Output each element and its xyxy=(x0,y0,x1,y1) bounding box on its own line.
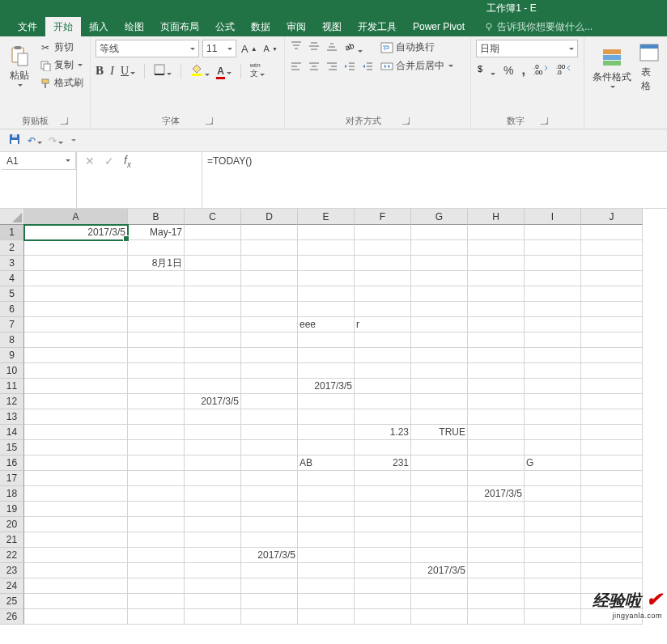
cell[interactable] xyxy=(298,425,355,440)
cell[interactable] xyxy=(298,486,355,502)
cell[interactable] xyxy=(241,302,298,317)
cell[interactable] xyxy=(24,363,128,379)
row-header[interactable]: 12 xyxy=(0,394,24,409)
column-header[interactable]: D xyxy=(241,209,298,225)
cell[interactable] xyxy=(128,594,185,609)
cell[interactable] xyxy=(581,379,643,394)
cell[interactable] xyxy=(581,394,643,409)
cell[interactable] xyxy=(411,486,468,502)
cell[interactable] xyxy=(24,302,128,317)
cell[interactable] xyxy=(525,563,581,578)
format-painter-button[interactable]: 格式刷 xyxy=(37,75,85,91)
align-left-button[interactable] xyxy=(290,60,303,75)
cell[interactable] xyxy=(411,302,468,317)
cell[interactable] xyxy=(411,409,468,425)
cell[interactable] xyxy=(24,348,128,363)
cell[interactable] xyxy=(355,594,411,609)
cell[interactable] xyxy=(185,256,241,271)
cell[interactable] xyxy=(24,409,128,425)
cell[interactable] xyxy=(355,502,411,517)
cell[interactable] xyxy=(468,517,525,532)
cell[interactable] xyxy=(525,532,581,548)
cell[interactable] xyxy=(581,286,643,302)
cell[interactable] xyxy=(581,563,643,578)
cell[interactable] xyxy=(411,517,468,532)
cell[interactable] xyxy=(581,363,643,379)
cell[interactable] xyxy=(525,348,581,363)
cell[interactable] xyxy=(24,256,128,271)
cell[interactable] xyxy=(411,225,468,240)
tab-file[interactable]: 文件 xyxy=(10,17,45,37)
cell[interactable] xyxy=(241,409,298,425)
cell[interactable] xyxy=(24,240,128,256)
cell[interactable] xyxy=(468,502,525,517)
cell[interactable] xyxy=(581,502,643,517)
cell[interactable] xyxy=(468,379,525,394)
cell[interactable]: 2017/3/5 xyxy=(24,225,128,240)
font-color-button[interactable]: A xyxy=(216,66,232,77)
cell[interactable] xyxy=(241,517,298,532)
cell[interactable] xyxy=(128,348,185,363)
cell[interactable] xyxy=(24,271,128,286)
cell[interactable] xyxy=(185,609,241,625)
cell[interactable] xyxy=(468,271,525,286)
cell[interactable] xyxy=(355,548,411,563)
cell[interactable]: 2017/3/5 xyxy=(468,486,525,502)
cell[interactable]: May-17 xyxy=(128,225,185,240)
cell[interactable]: 2017/3/5 xyxy=(411,563,468,578)
cell[interactable] xyxy=(468,348,525,363)
cell[interactable] xyxy=(241,578,298,594)
cell[interactable] xyxy=(185,348,241,363)
cell[interactable] xyxy=(411,455,468,471)
cell[interactable] xyxy=(185,240,241,256)
cell[interactable] xyxy=(128,333,185,348)
cell[interactable]: 2017/3/5 xyxy=(298,379,355,394)
cell[interactable] xyxy=(468,286,525,302)
cell[interactable] xyxy=(468,409,525,425)
cell[interactable] xyxy=(355,348,411,363)
paste-button[interactable]: 粘贴 xyxy=(5,43,34,88)
cell[interactable] xyxy=(241,563,298,578)
row-header[interactable]: 26 xyxy=(0,609,24,625)
wrap-text-button[interactable]: 自动换行 xyxy=(379,40,455,55)
cell[interactable] xyxy=(241,425,298,440)
cell[interactable] xyxy=(24,609,128,625)
cell[interactable] xyxy=(298,440,355,455)
cell[interactable] xyxy=(525,502,581,517)
cell[interactable] xyxy=(241,594,298,609)
cell[interactable] xyxy=(298,363,355,379)
cell[interactable] xyxy=(468,425,525,440)
cell[interactable] xyxy=(581,532,643,548)
cell[interactable] xyxy=(185,317,241,333)
cell[interactable] xyxy=(128,548,185,563)
cell[interactable] xyxy=(525,363,581,379)
cell[interactable] xyxy=(581,256,643,271)
column-header[interactable]: I xyxy=(525,209,581,225)
cell[interactable] xyxy=(298,609,355,625)
cell[interactable] xyxy=(355,363,411,379)
increase-indent-button[interactable] xyxy=(361,60,374,75)
cell[interactable] xyxy=(468,394,525,409)
cell[interactable] xyxy=(185,440,241,455)
cell[interactable] xyxy=(525,486,581,502)
cell[interactable] xyxy=(525,225,581,240)
cell[interactable] xyxy=(185,302,241,317)
cell[interactable] xyxy=(298,256,355,271)
row-header[interactable]: 2 xyxy=(0,240,24,256)
cell[interactable] xyxy=(468,317,525,333)
cell[interactable] xyxy=(185,363,241,379)
cell[interactable] xyxy=(581,317,643,333)
tab-view[interactable]: 视图 xyxy=(314,17,350,37)
cancel-formula-button[interactable]: ✕ xyxy=(85,155,95,167)
cell[interactable] xyxy=(128,363,185,379)
cell[interactable] xyxy=(185,486,241,502)
cell[interactable] xyxy=(298,240,355,256)
cell[interactable] xyxy=(468,440,525,455)
cell[interactable] xyxy=(241,502,298,517)
cell[interactable] xyxy=(24,578,128,594)
cell[interactable] xyxy=(468,532,525,548)
column-header[interactable]: J xyxy=(581,209,643,225)
merge-center-button[interactable]: 合并后居中 xyxy=(379,58,455,74)
cell[interactable] xyxy=(581,517,643,532)
cell[interactable] xyxy=(468,609,525,625)
